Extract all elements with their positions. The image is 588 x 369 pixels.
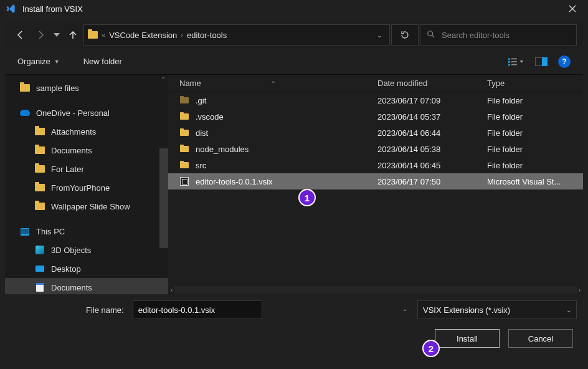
address-bar[interactable]: « VSCode Extension › editor-tools ⌄ bbox=[83, 24, 390, 46]
sidebar-item-label: Documents bbox=[51, 283, 92, 292]
sidebar-item-fromyourphone[interactable]: FromYourPhone bbox=[5, 178, 168, 197]
sidebar-item-documents[interactable]: Documents bbox=[5, 141, 168, 160]
install-button[interactable]: Install bbox=[435, 329, 500, 348]
file-list-pane: Name ⌃ Date modified Type .git2023/06/17… bbox=[168, 75, 583, 294]
organize-menu[interactable]: Organize ▼ bbox=[17, 57, 60, 66]
crumb-2[interactable]: editor-tools bbox=[187, 31, 227, 40]
scroll-right-icon[interactable]: › bbox=[579, 287, 581, 294]
file-name: .vscode bbox=[196, 112, 224, 122]
folder-icon bbox=[179, 160, 189, 170]
file-name: editor-tools-0.0.1.vsix bbox=[196, 177, 273, 186]
sidebar-scrollbar[interactable] bbox=[159, 148, 168, 248]
file-date: 2023/06/14 06:44 bbox=[374, 128, 483, 138]
sidebar-item-this-pc[interactable]: This PC bbox=[5, 222, 168, 241]
file-type-filter[interactable]: VSIX Extensions (*.vsix) ⌄ bbox=[417, 300, 577, 319]
sidebar-item-label: FromYourPhone bbox=[51, 183, 110, 193]
file-type: File folder bbox=[483, 145, 583, 154]
file-date: 2023/06/17 07:50 bbox=[374, 177, 483, 186]
file-row[interactable]: node_modules2023/06/14 05:38File folder bbox=[168, 141, 583, 157]
column-name[interactable]: Name ⌃ bbox=[168, 79, 374, 88]
new-folder-button[interactable]: New folder bbox=[83, 57, 122, 66]
address-dropdown[interactable]: ⌄ bbox=[373, 32, 386, 39]
svg-rect-5 bbox=[508, 64, 510, 65]
chevron-down-icon: ⌄ bbox=[566, 307, 571, 314]
organize-label: Organize bbox=[17, 57, 50, 66]
sidebar-item-wallpaper-slide-show[interactable]: Wallpaper Slide Show bbox=[5, 197, 168, 216]
forward-button[interactable] bbox=[31, 26, 50, 44]
window-title: Install from VSIX bbox=[22, 4, 558, 14]
sort-indicator-icon: ⌃ bbox=[271, 80, 276, 87]
cancel-button[interactable]: Cancel bbox=[508, 329, 573, 348]
sidebar-item-label: Attachments bbox=[51, 127, 96, 137]
filename-dropdown-icon[interactable]: ⌄ bbox=[402, 305, 407, 312]
sidebar-item-label: 3D Objects bbox=[51, 246, 91, 255]
sidebar-item-3d-objects[interactable]: 3D Objects bbox=[5, 241, 168, 259]
file-date: 2023/06/14 05:37 bbox=[374, 112, 483, 122]
filename-label: File name: bbox=[86, 305, 124, 315]
command-bar: Organize ▼ New folder ? bbox=[5, 49, 583, 75]
scroll-left-icon[interactable]: ‹ bbox=[171, 287, 173, 294]
sidebar-item-for-later[interactable]: For Later bbox=[5, 160, 168, 178]
file-type: Microsoft Visual St... bbox=[483, 177, 583, 186]
scroll-up-icon[interactable]: ⌃ bbox=[161, 76, 166, 83]
footer: File name: ⌄ VSIX Extensions (*.vsix) ⌄ … bbox=[0, 294, 588, 357]
file-row[interactable]: src2023/06/14 06:45File folder bbox=[168, 157, 583, 173]
filename-input[interactable] bbox=[133, 300, 262, 319]
view-mode-button[interactable] bbox=[508, 54, 524, 70]
nav-row: « VSCode Extension › editor-tools ⌄ Sear… bbox=[5, 21, 583, 49]
file-name: node_modules bbox=[196, 145, 249, 154]
svg-rect-8 bbox=[542, 57, 548, 66]
crumb-1[interactable]: VSCode Extension bbox=[109, 31, 177, 40]
folder-icon bbox=[179, 128, 189, 138]
sidebar-item-sample-files[interactable]: sample files bbox=[5, 79, 168, 97]
preview-pane-button[interactable] bbox=[533, 54, 549, 70]
annotation-marker-1: 1 bbox=[298, 189, 316, 206]
breadcrumb: « VSCode Extension › editor-tools bbox=[102, 31, 227, 40]
help-button[interactable]: ? bbox=[558, 55, 571, 68]
filter-label: VSIX Extensions (*.vsix) bbox=[423, 305, 510, 315]
recent-dropdown[interactable] bbox=[51, 26, 62, 44]
up-button[interactable] bbox=[64, 26, 82, 44]
column-date[interactable]: Date modified bbox=[374, 79, 483, 88]
search-icon bbox=[427, 30, 435, 41]
file-row[interactable]: .vscode2023/06/14 05:37File folder bbox=[168, 108, 583, 125]
annotation-marker-2: 2 bbox=[422, 340, 440, 357]
svg-rect-1 bbox=[508, 58, 510, 60]
file-date: 2023/06/17 07:09 bbox=[374, 96, 483, 105]
vsix-file-icon bbox=[179, 176, 189, 186]
sidebar-item-label: Desktop bbox=[51, 264, 81, 274]
file-date: 2023/06/14 05:38 bbox=[374, 145, 483, 154]
sidebar-item-documents[interactable]: Documents bbox=[5, 278, 168, 294]
file-row[interactable]: .git2023/06/17 07:09File folder bbox=[168, 92, 583, 108]
file-name: .git bbox=[196, 96, 206, 105]
action-buttons: Install Cancel bbox=[11, 329, 577, 348]
column-headers: Name ⌃ Date modified Type bbox=[168, 75, 583, 92]
search-placeholder: Search editor-tools bbox=[442, 31, 510, 40]
main-pane: ⌃ sample filesOneDrive - PersonalAttachm… bbox=[5, 75, 583, 294]
folder-icon bbox=[179, 144, 189, 154]
file-date: 2023/06/14 06:45 bbox=[374, 161, 483, 170]
vscode-icon bbox=[5, 3, 16, 14]
sidebar-item-onedrive-personal[interactable]: OneDrive - Personal bbox=[5, 103, 168, 122]
file-type: File folder bbox=[483, 161, 583, 170]
filename-row: File name: ⌄ VSIX Extensions (*.vsix) ⌄ bbox=[11, 300, 577, 319]
file-row[interactable]: dist2023/06/14 06:44File folder bbox=[168, 125, 583, 141]
folder-icon bbox=[88, 30, 98, 40]
sidebar-item-label: Documents bbox=[51, 146, 92, 155]
sidebar-item-desktop[interactable]: Desktop bbox=[5, 259, 168, 278]
sidebar-item-attachments[interactable]: Attachments bbox=[5, 122, 168, 141]
file-name: src bbox=[196, 161, 206, 170]
refresh-button[interactable] bbox=[391, 24, 419, 46]
folder-icon bbox=[179, 112, 189, 122]
file-row[interactable]: editor-tools-0.0.1.vsix2023/06/17 07:50M… bbox=[168, 173, 583, 189]
folder-icon bbox=[179, 95, 189, 105]
back-button[interactable] bbox=[11, 26, 30, 44]
file-type: File folder bbox=[483, 96, 583, 105]
search-box[interactable]: Search editor-tools bbox=[420, 24, 577, 46]
sidebar-item-label: sample files bbox=[36, 84, 79, 93]
horizontal-scrollbar[interactable]: ‹ › bbox=[168, 285, 583, 294]
svg-rect-2 bbox=[511, 58, 517, 59]
column-type[interactable]: Type bbox=[483, 79, 583, 88]
close-button[interactable] bbox=[558, 0, 587, 17]
titlebar: Install from VSIX bbox=[0, 0, 588, 17]
